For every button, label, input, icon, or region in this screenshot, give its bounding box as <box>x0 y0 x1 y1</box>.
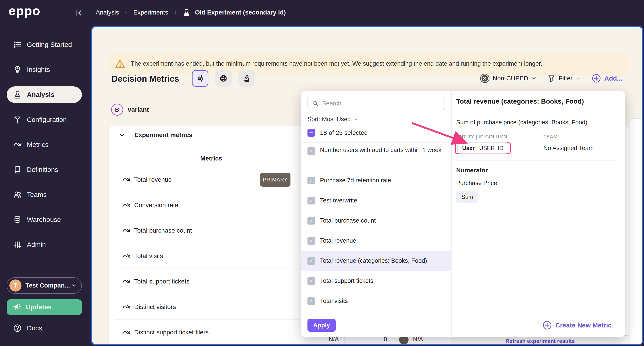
main-content-window: The experiment has ended, but the minimu… <box>91 26 643 345</box>
chevron-down-icon <box>354 117 359 122</box>
metric-wave-icon <box>122 201 130 209</box>
metric-option-label: Total visits <box>320 297 348 305</box>
plus-circle-icon <box>542 321 552 330</box>
workspace-switcher[interactable]: T Test Compan... <box>7 277 82 294</box>
sidebar-item-insights[interactable]: Insights <box>0 61 90 78</box>
list-item[interactable]: ✓ Total visits <box>301 291 451 311</box>
sidebar-item-teams[interactable]: Teams <box>0 186 90 203</box>
sliders-icon <box>13 240 22 249</box>
checked-checkbox[interactable]: ✓ <box>308 197 315 204</box>
sidebar-item-label: Metrics <box>27 141 48 149</box>
metric-name: Conversion rate <box>134 201 178 209</box>
chevron-right-icon <box>173 10 178 15</box>
cuped-selector[interactable]: Non-CUPED <box>480 73 537 83</box>
refresh-results-link[interactable]: Refresh experiment results <box>506 338 575 344</box>
candlestick-view-button[interactable] <box>192 70 208 87</box>
sidebar-item-docs[interactable]: Docs <box>0 320 90 337</box>
numerator-heading: Numerator <box>456 167 618 174</box>
annotation-highlight-box: User | USER_ID <box>455 142 511 154</box>
chevron-right-icon <box>124 10 129 15</box>
list-item[interactable]: ✓ Purchase 7d retention rate <box>301 171 451 191</box>
split-arrows-icon <box>13 115 22 124</box>
list-item[interactable]: ✓ Total purchase count <box>301 211 451 231</box>
metric-option-label: Test overwrite <box>320 197 357 204</box>
sidebar-item-updates[interactable]: Updates <box>7 299 82 315</box>
checked-checkbox[interactable]: ✓ <box>308 237 315 245</box>
lightbulb-icon <box>13 65 22 74</box>
sidebar-item-warehouse[interactable]: Warehouse <box>0 211 90 228</box>
indeterminate-checkbox[interactable]: − <box>308 129 315 137</box>
sidebar-item-label: Warehouse <box>27 216 61 223</box>
microscope-view-button[interactable] <box>238 70 255 87</box>
filter-control[interactable]: Filter <box>548 74 582 82</box>
select-all-row[interactable]: − 18 of 25 selected <box>308 129 445 137</box>
sidebar-item-analysis[interactable]: Analysis <box>7 86 82 103</box>
list-item[interactable]: ✓ Total revenue <box>301 231 451 251</box>
question-circle-icon <box>13 324 22 333</box>
sidebar-item-label: Teams <box>27 191 46 198</box>
checked-checkbox[interactable]: ✓ <box>308 277 315 285</box>
metric-name: Distinct visitors <box>134 303 176 311</box>
metric-picker-list-pane: Search Sort: Most Used − 18 of 25 select… <box>301 91 452 337</box>
chevron-down-icon <box>71 282 77 289</box>
metric-option-label: Purchase 7d retention rate <box>320 177 391 184</box>
create-new-metric-label: Create New Metric <box>556 322 612 329</box>
checked-checkbox[interactable]: ✓ <box>308 297 315 305</box>
apply-button[interactable]: Apply <box>308 319 336 332</box>
sidebar-item-label: Definitions <box>27 166 58 173</box>
list-item[interactable]: ✓ Total support tickets <box>301 271 451 291</box>
checked-checkbox[interactable]: ✓ <box>308 177 315 184</box>
metric-wave-icon <box>122 175 130 184</box>
search-placeholder: Search <box>322 100 342 107</box>
list-item[interactable]: ✓ Test overwrite <box>301 191 451 211</box>
breadcrumb: Analysis Experiments Old Experiment (sec… <box>96 0 286 25</box>
flask-icon <box>182 8 190 16</box>
sidebar-item-label: Docs <box>27 324 42 332</box>
sidebar-item-metrics[interactable]: Metrics <box>0 136 90 153</box>
sort-selector[interactable]: Sort: Most Used <box>308 116 445 123</box>
list-item[interactable]: ✓ Number users with add to carts within … <box>301 143 451 171</box>
search-input[interactable]: Search <box>308 97 445 110</box>
primary-badge: PRIMARY <box>260 173 290 187</box>
sidebar-item-configuration[interactable]: Configuration <box>0 111 90 128</box>
warning-text: The experiment has ended, but the minimu… <box>131 60 542 67</box>
section-label: Experiment metrics <box>134 132 192 139</box>
sidebar-item-getting-started[interactable]: Getting Started <box>0 36 90 53</box>
breadcrumb-analysis[interactable]: Analysis <box>96 9 119 16</box>
checked-checkbox[interactable]: ✓ <box>308 257 315 265</box>
variant-header: B variant <box>111 104 149 116</box>
create-new-metric-button[interactable]: Create New Metric <box>456 313 618 337</box>
sidebar-item-label: Getting Started <box>27 41 72 48</box>
sidebar-item-definitions[interactable]: Definitions <box>0 162 90 178</box>
variant-badge: B <box>111 104 123 116</box>
breadcrumb-experiments[interactable]: Experiments <box>133 9 168 16</box>
workspace-name: Test Compan... <box>26 282 70 289</box>
metric-list: ✓ Number users with add to carts within … <box>301 143 451 313</box>
cuped-label: Non-CUPED <box>493 75 528 82</box>
entity-id-label: ENTITY | ID COLUMN <box>456 134 544 140</box>
numerator-value: Purchase Price <box>456 180 618 187</box>
entity-id-column: | USER_ID <box>475 145 504 151</box>
checked-checkbox[interactable]: ✓ <box>308 147 315 155</box>
sidebar-collapse-button[interactable] <box>75 8 84 17</box>
selection-summary: 18 of 25 selected <box>320 129 368 136</box>
search-icon <box>312 100 319 107</box>
filter-label: Filter <box>558 75 572 82</box>
add-metric-button[interactable]: Add... <box>592 74 622 83</box>
metric-option-label: Total revenue <box>320 237 356 245</box>
chevron-down-icon <box>576 75 582 81</box>
sidebar-item-admin[interactable]: Admin <box>0 236 90 253</box>
metric-wave-icon <box>122 252 130 260</box>
checked-checkbox[interactable]: ✓ <box>308 217 315 225</box>
metric-description: Sum of purchase price (categories: Books… <box>456 119 618 126</box>
aggregation-chip: Sum <box>456 191 478 203</box>
people-icon <box>13 190 22 199</box>
sidebar-item-label: Configuration <box>27 116 67 123</box>
microscope-icon <box>242 74 251 83</box>
collapse-icon <box>75 8 84 17</box>
globe-view-button[interactable] <box>215 70 232 87</box>
page-title: Decision Metrics <box>112 74 179 84</box>
metric-wave-icon <box>122 277 130 286</box>
list-item-selected[interactable]: ✓ Total revenue (categories: Books, Food… <box>301 251 451 271</box>
experiment-metrics-section-toggle[interactable]: Experiment metrics <box>119 132 192 139</box>
